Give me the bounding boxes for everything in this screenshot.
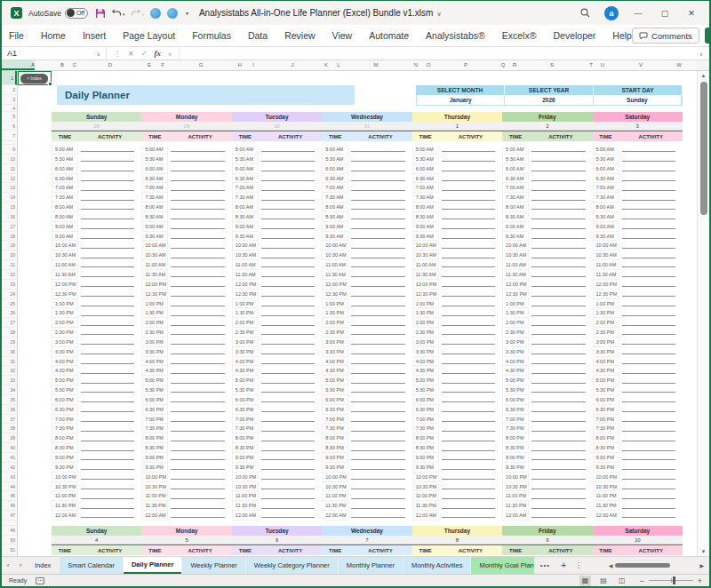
activity-cell[interactable]	[351, 174, 404, 181]
activity-cell[interactable]	[442, 338, 495, 345]
activity-cell[interactable]	[622, 212, 675, 219]
addin-button-2[interactable]	[167, 8, 178, 19]
selector-value-dropdown[interactable]: 2026	[505, 95, 593, 105]
ribbon-tab-data[interactable]: Data	[248, 30, 268, 41]
activity-cell[interactable]	[531, 463, 585, 470]
activity-cell[interactable]	[622, 415, 675, 422]
activity-cell[interactable]	[622, 463, 675, 470]
activity-cell[interactable]	[171, 338, 224, 345]
activity-cell[interactable]	[81, 443, 134, 450]
activity-cell[interactable]	[171, 290, 224, 297]
activity-cell[interactable]	[81, 174, 134, 181]
activity-cell[interactable]	[622, 174, 675, 181]
sheet-tab-smart-calendar[interactable]: Smart Calendar	[60, 557, 123, 574]
activity-cell[interactable]	[622, 395, 675, 402]
column-header-j[interactable]: J	[292, 60, 294, 70]
activity-cell[interactable]	[81, 183, 134, 190]
column-header-h[interactable]: H	[238, 60, 242, 70]
activity-cell[interactable]	[531, 338, 585, 345]
activity-cell[interactable]	[171, 280, 224, 287]
activity-cell[interactable]	[171, 366, 224, 373]
row-header-6[interactable]: 6	[2, 122, 17, 131]
activity-cell[interactable]	[622, 280, 675, 287]
activity-cell[interactable]	[171, 395, 224, 402]
activity-cell[interactable]	[171, 453, 224, 460]
activity-cell[interactable]	[442, 463, 495, 470]
activity-cell[interactable]	[442, 290, 495, 297]
activity-cell[interactable]	[171, 145, 224, 152]
activity-cell[interactable]	[261, 318, 315, 325]
activity-cell[interactable]	[261, 338, 315, 345]
close-button[interactable]: ✕	[679, 4, 704, 23]
activity-cell[interactable]	[81, 260, 134, 267]
row-header-16[interactable]: 16	[2, 212, 17, 222]
row-header-34[interactable]: 34	[2, 385, 17, 395]
activity-cell[interactable]	[622, 482, 675, 489]
activity-cell[interactable]	[442, 260, 495, 267]
activity-cell[interactable]	[261, 433, 315, 441]
selector-value-dropdown[interactable]: Sunday	[594, 95, 682, 105]
scroll-up-icon[interactable]: ▲	[701, 71, 707, 80]
activity-cell[interactable]	[442, 155, 495, 162]
activity-cell[interactable]	[81, 338, 134, 345]
activity-cell[interactable]	[622, 232, 675, 239]
new-sheet-button[interactable]: +	[555, 557, 571, 574]
column-header-g[interactable]: G	[199, 60, 204, 70]
activity-cell[interactable]	[351, 511, 404, 518]
activity-cell[interactable]	[171, 203, 224, 210]
column-header-n[interactable]: N	[414, 60, 418, 70]
activity-cell[interactable]	[81, 222, 134, 229]
activity-cell[interactable]	[351, 222, 404, 229]
activity-cell[interactable]	[622, 366, 675, 373]
vertical-scroll-thumb[interactable]	[700, 82, 707, 215]
activity-cell[interactable]	[171, 241, 224, 248]
formula-menu-icon[interactable]: ⋮	[114, 50, 121, 58]
activity-cell[interactable]	[351, 491, 404, 498]
scroll-down-icon[interactable]: ▼	[701, 547, 707, 556]
activity-cell[interactable]	[81, 193, 134, 200]
activity-cell[interactable]	[171, 299, 224, 306]
activity-cell[interactable]	[261, 415, 315, 422]
activity-cell[interactable]	[442, 222, 495, 229]
sheet-nav-right-icon[interactable]: ›	[14, 557, 27, 574]
activity-cell[interactable]	[81, 212, 134, 219]
activity-cell[interactable]	[171, 174, 224, 181]
horizontal-scroll-thumb[interactable]	[615, 563, 670, 568]
activity-cell[interactable]	[531, 222, 585, 229]
activity-cell[interactable]	[171, 415, 224, 422]
column-header-u[interactable]: U	[601, 60, 604, 70]
autosave-control[interactable]: AutoSave Off	[28, 8, 88, 19]
row-header-44[interactable]: 44	[2, 482, 17, 492]
activity-cell[interactable]	[351, 347, 404, 354]
column-header-r[interactable]: R	[513, 60, 516, 70]
activity-cell[interactable]	[442, 328, 495, 335]
activity-cell[interactable]	[171, 318, 224, 325]
activity-cell[interactable]	[351, 250, 404, 258]
activity-cell[interactable]	[261, 280, 315, 287]
activity-cell[interactable]	[442, 415, 495, 422]
activity-cell[interactable]	[261, 347, 315, 354]
row-headers[interactable]: 1234567910111213141516171819202122232425…	[2, 71, 18, 556]
activity-cell[interactable]	[531, 376, 585, 383]
activity-cell[interactable]	[531, 357, 585, 364]
page-break-view-button[interactable]: ◫	[616, 576, 628, 586]
activity-cell[interactable]	[81, 501, 134, 508]
redo-button[interactable]: ▾	[131, 9, 144, 17]
activity-cell[interactable]	[171, 193, 224, 200]
activity-cell[interactable]	[261, 145, 315, 152]
normal-view-button[interactable]: ▦	[579, 576, 592, 586]
activity-cell[interactable]	[351, 193, 404, 200]
row-header-19[interactable]: 19	[2, 241, 17, 250]
activity-cell[interactable]	[171, 155, 224, 162]
activity-cell[interactable]	[531, 260, 585, 267]
ribbon-tab-insert[interactable]: Insert	[83, 30, 106, 41]
row-header-27[interactable]: 27	[2, 318, 17, 328]
row-header-47[interactable]: 47	[2, 511, 17, 520]
column-header-m[interactable]: M	[374, 60, 379, 70]
column-header-w[interactable]: W	[676, 60, 682, 70]
row-header-18[interactable]: 18	[2, 232, 17, 242]
activity-cell[interactable]	[442, 405, 495, 412]
row-header-9[interactable]: 9	[2, 145, 17, 155]
column-header-d[interactable]: D	[108, 60, 112, 70]
activity-cell[interactable]	[531, 270, 585, 277]
